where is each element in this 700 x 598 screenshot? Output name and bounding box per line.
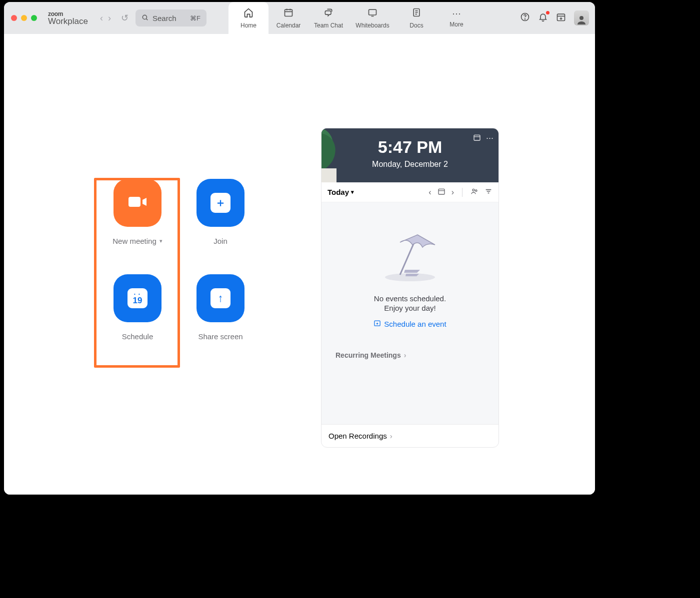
people-icon[interactable] <box>470 187 478 197</box>
svg-point-18 <box>580 16 584 20</box>
tab-label: Team Chat <box>314 22 343 29</box>
calendar-day-icon: • • 19 <box>128 288 148 308</box>
share-tile: ↑ <box>196 274 244 322</box>
calendar-widget-icon[interactable] <box>473 133 481 143</box>
open-recordings-link[interactable]: Open Recordings › <box>322 424 498 447</box>
avatar[interactable] <box>574 10 589 25</box>
bell-icon[interactable] <box>538 12 548 24</box>
tab-label: Docs <box>410 22 423 29</box>
nav-arrows: ‹ › <box>100 13 111 23</box>
tab-label: Calendar <box>276 22 301 29</box>
svg-point-13 <box>525 18 526 19</box>
share-screen-button[interactable]: ↑ Share screen <box>179 274 262 341</box>
topbar-right <box>520 2 589 34</box>
svg-line-1 <box>146 18 148 20</box>
prev-day-icon[interactable]: ‹ <box>428 188 431 197</box>
search-shortcut: ⌘F <box>190 14 200 22</box>
tab-label: Home <box>240 22 256 29</box>
empty-message-2: Enjoy your day! <box>384 304 436 312</box>
svg-rect-2 <box>285 9 292 16</box>
maximize-window-icon[interactable] <box>31 15 37 21</box>
action-label: Schedule <box>122 332 154 341</box>
clock-date: Monday, December 2 <box>322 160 498 169</box>
action-label: Share screen <box>198 332 242 341</box>
home-icon <box>244 7 254 20</box>
brand-line2: Workplace <box>48 17 88 25</box>
tab-more[interactable]: ⋯ More <box>436 2 476 34</box>
jump-today-icon[interactable] <box>438 187 446 197</box>
chat-icon <box>324 7 334 20</box>
action-label: Join <box>214 237 228 245</box>
whiteboard-icon <box>368 7 378 20</box>
agenda-toolbar: Today ▾ ‹ › <box>322 182 498 202</box>
join-button[interactable]: ＋ Join <box>179 179 262 245</box>
top-bar: zoom Workplace ‹ › ↺ Search ⌘F Home <box>4 2 595 34</box>
new-meeting-button[interactable]: New meeting ▾ <box>96 179 179 245</box>
chevron-down-icon[interactable]: ▾ <box>160 238 162 244</box>
filter-icon[interactable] <box>484 187 492 197</box>
svg-rect-19 <box>128 197 140 207</box>
plus-icon: ＋ <box>210 193 230 213</box>
recurring-meetings-link[interactable]: Recurring Meetings › <box>336 351 406 359</box>
brand: zoom Workplace <box>48 11 88 25</box>
empty-message-1: No events scheduled. <box>374 294 446 303</box>
nav-back-icon[interactable]: ‹ <box>100 13 103 23</box>
svg-rect-21 <box>322 168 336 182</box>
tab-docs[interactable]: Docs <box>396 2 436 34</box>
tab-home[interactable]: Home <box>228 2 268 34</box>
help-icon[interactable] <box>520 12 530 24</box>
history-icon[interactable]: ↺ <box>121 12 128 23</box>
nav-forward-icon[interactable]: › <box>108 13 111 23</box>
new-meeting-tile <box>114 179 162 227</box>
arrow-up-icon: ↑ <box>210 288 230 308</box>
today-dropdown[interactable]: Today ▾ <box>328 188 354 196</box>
chevron-right-icon: › <box>404 351 406 359</box>
close-window-icon[interactable] <box>11 15 17 21</box>
more-icon[interactable]: ⋯ <box>486 133 494 143</box>
schedule-event-link[interactable]: Schedule an event <box>374 319 446 328</box>
next-day-icon[interactable]: › <box>452 188 454 197</box>
calendar-plus-icon <box>374 319 381 328</box>
umbrella-illustration <box>380 227 440 282</box>
chevron-down-icon: ▾ <box>351 189 354 195</box>
content-area: New meeting ▾ ＋ Join • • 19 <box>4 34 595 495</box>
agenda-header: 5:47 PM Monday, December 2 ⋯ <box>322 128 498 182</box>
tab-calendar[interactable]: Calendar <box>268 2 308 34</box>
tab-whiteboards[interactable]: Whiteboards <box>348 2 396 34</box>
clock-time: 5:47 PM <box>322 137 498 157</box>
search-placeholder: Search <box>152 14 176 22</box>
tab-team-chat[interactable]: Team Chat <box>308 2 348 34</box>
more-icon: ⋯ <box>452 8 461 19</box>
tab-label: Whiteboards <box>356 22 389 29</box>
svg-point-26 <box>472 189 474 191</box>
calendar-icon <box>284 7 294 20</box>
chevron-right-icon: › <box>390 432 392 440</box>
search-icon <box>142 14 148 22</box>
search-input[interactable]: Search ⌘F <box>136 9 206 26</box>
join-tile: ＋ <box>196 179 244 227</box>
window-controls[interactable] <box>11 15 37 21</box>
svg-rect-22 <box>474 135 480 140</box>
docs-icon <box>412 7 422 20</box>
agenda-body: No events scheduled. Enjoy your day! Sch… <box>322 202 498 424</box>
brand-line1: zoom <box>48 11 88 17</box>
tab-label: More <box>450 21 463 28</box>
plant-illustration <box>322 128 342 182</box>
action-label: New meeting ▾ <box>112 237 162 245</box>
main-tabs: Home Calendar Team Chat Whiteboards <box>228 2 476 34</box>
svg-rect-24 <box>438 189 444 194</box>
schedule-button[interactable]: • • 19 Schedule <box>96 274 179 341</box>
schedule-tile: • • 19 <box>114 274 162 322</box>
app-window: zoom Workplace ‹ › ↺ Search ⌘F Home <box>4 2 595 495</box>
svg-rect-6 <box>369 9 376 15</box>
video-icon <box>126 190 150 216</box>
calendar-add-icon[interactable] <box>556 12 566 24</box>
svg-point-27 <box>476 190 477 191</box>
quick-actions: New meeting ▾ ＋ Join • • 19 <box>96 179 262 341</box>
svg-point-0 <box>142 15 146 19</box>
notification-badge <box>546 11 550 14</box>
minimize-window-icon[interactable] <box>21 15 27 21</box>
separator <box>462 188 462 197</box>
agenda-panel: 5:47 PM Monday, December 2 ⋯ Today ▾ ‹ <box>321 128 499 448</box>
